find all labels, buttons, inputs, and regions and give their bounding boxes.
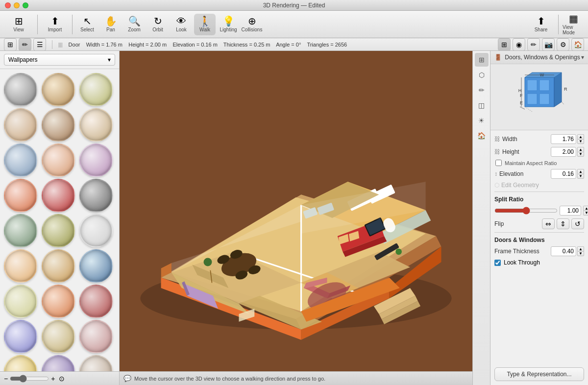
elevation-increment[interactable]: ▲ — [577, 169, 584, 174]
elevation-decrement[interactable]: ▼ — [577, 174, 584, 179]
frame-thickness-increment[interactable]: ▲ — [577, 246, 584, 251]
width-decrement[interactable]: ▼ — [577, 139, 584, 144]
zoom-button[interactable]: 🔍 Zoom — [123, 14, 145, 35]
look-through-checkbox[interactable] — [494, 260, 501, 266]
split-ratio-input[interactable] — [560, 206, 581, 216]
svg-rect-60 — [539, 94, 549, 104]
swatch-olive[interactable] — [42, 214, 75, 247]
look-button[interactable]: 👁 Look — [171, 14, 192, 35]
elevation-input[interactable] — [551, 169, 576, 179]
type-representation-button[interactable]: Type & Representation... — [494, 367, 584, 381]
flip-both-button[interactable]: ↺ — [571, 218, 584, 229]
swatch-coral[interactable] — [4, 179, 37, 212]
orbit-button[interactable]: ↻ Orbit — [147, 14, 169, 35]
swatch-dark-gray[interactable] — [79, 179, 113, 212]
frame-thickness-decrement[interactable]: ▼ — [577, 251, 584, 256]
aspect-ratio-label: Maintain Aspect Ratio — [505, 160, 557, 166]
edit-tab-icon[interactable]: ✏ — [475, 83, 489, 97]
swatch-sage-green[interactable] — [4, 214, 37, 247]
wallpapers-dropdown[interactable]: Wallpapers ▾ — [4, 54, 115, 66]
lighting-button[interactable]: 💡 Lighting — [218, 14, 239, 35]
center-3d-view[interactable]: 💬 Move the cursor over the 3D view to ch… — [120, 51, 472, 385]
width-label: Width — [502, 136, 551, 143]
swatch-terra[interactable] — [42, 285, 75, 318]
maximize-button[interactable] — [23, 2, 28, 8]
swatch-olive-green[interactable] — [79, 73, 113, 106]
zoom-plus-icon[interactable]: + — [51, 375, 55, 383]
split-ratio-slider[interactable] — [494, 207, 558, 215]
flip-horizontal-button[interactable]: ⇔ — [542, 218, 555, 229]
properties-tab-icon[interactable]: ⊞ — [475, 53, 489, 67]
door-preview: W H E R F — [490, 64, 588, 130]
objects-icon[interactable]: 🏠 — [571, 38, 584, 51]
main-content: Wallpapers ▾ — [0, 51, 588, 385]
swatch-warm-beige[interactable] — [42, 73, 75, 106]
archive-icon[interactable]: 🏠 — [475, 129, 489, 143]
swatch-caramel[interactable] — [42, 249, 75, 283]
collisions-button[interactable]: ⊕ Collisions — [241, 14, 263, 35]
3d-view-icon[interactable]: ✏ — [19, 38, 31, 51]
swatch-sand[interactable] — [4, 108, 37, 142]
floor-plan-icon[interactable]: ⊞ — [4, 38, 17, 51]
list-view-icon[interactable]: ☰ — [33, 38, 46, 51]
swatch-light-gray[interactable] — [4, 73, 37, 106]
swatch-taupe[interactable] — [79, 355, 113, 371]
height-row: ⛓ Height ▲ ▼ — [494, 147, 584, 157]
properties-icon[interactable]: ⊞ — [498, 38, 511, 51]
width-row: ⛓ Width ▲ ▼ — [494, 134, 584, 144]
flip-vertical-button[interactable]: ⇕ — [557, 218, 569, 229]
wallpaper-grid — [0, 69, 119, 371]
width-input[interactable] — [551, 134, 576, 144]
height-increment[interactable]: ▲ — [577, 147, 584, 152]
swatch-peach[interactable] — [42, 144, 75, 177]
view-mode-button[interactable]: ▦ View Mode — [563, 14, 584, 35]
split-ratio-row: ▲ ▼ — [494, 206, 584, 216]
aspect-ratio-checkbox[interactable] — [495, 160, 502, 166]
swatch-tan-brown[interactable] — [42, 108, 75, 142]
swatch-khaki[interactable] — [4, 285, 37, 318]
split-ratio-increment[interactable]: ▲ — [583, 206, 588, 211]
swatch-orange-tan[interactable] — [4, 249, 37, 283]
settings-icon[interactable]: ⚙ — [557, 38, 569, 51]
walk-button[interactable]: 🚶 Walk — [194, 14, 216, 35]
edit-geometry-row: ⬡ Edit Geometry — [494, 182, 584, 189]
panel-dropdown-arrow[interactable]: ▾ — [581, 54, 584, 61]
right-side-toolbar: ⊞ ⬡ ✏ ◫ ☀ 🏠 — [472, 51, 490, 385]
pan-button[interactable]: ✋ Pan — [100, 14, 122, 35]
close-button[interactable] — [5, 2, 11, 8]
swatch-crimson[interactable] — [42, 179, 75, 212]
split-ratio-decrement[interactable]: ▼ — [583, 211, 588, 216]
share-button[interactable]: ⬆ Share — [528, 14, 554, 35]
width-increment[interactable]: ▲ — [577, 134, 584, 139]
height-stepper: ▲ ▼ — [577, 147, 584, 157]
height-decrement[interactable]: ▼ — [577, 152, 584, 157]
import-button[interactable]: ⬆ Import — [42, 14, 68, 35]
zoom-minus-icon[interactable]: − — [4, 375, 8, 383]
swatch-dusty-rose[interactable] — [79, 320, 113, 353]
swatch-gold[interactable] — [4, 355, 37, 371]
zoom-slider[interactable] — [10, 375, 49, 383]
swatch-ocean-blue[interactable] — [79, 249, 113, 283]
zoom-controls: − + ⊙ — [4, 375, 65, 383]
zoom-fit-icon[interactable]: ⊙ — [59, 375, 65, 383]
materials-icon[interactable]: ◉ — [513, 38, 525, 51]
swatch-rose[interactable] — [79, 285, 113, 318]
minimize-button[interactable] — [14, 2, 20, 8]
camera-icon[interactable]: 📷 — [542, 38, 555, 51]
swatch-white[interactable] — [79, 214, 113, 247]
component-icon[interactable]: ⬡ — [475, 68, 489, 82]
swatch-cream[interactable] — [79, 108, 113, 142]
swatch-lavender[interactable] — [79, 144, 113, 177]
view-button[interactable]: ⊞ View — [4, 14, 33, 35]
swatch-mauve[interactable] — [42, 355, 75, 371]
select-button[interactable]: ↖ Select — [76, 14, 98, 35]
view-icon: ⊞ — [15, 16, 23, 26]
photo-icon[interactable]: ◫ — [475, 98, 489, 112]
frame-thickness-input[interactable] — [551, 246, 576, 256]
swatch-periwinkle[interactable] — [4, 320, 37, 353]
edit-icon[interactable]: ✏ — [527, 38, 540, 51]
sun-icon[interactable]: ☀ — [475, 114, 489, 127]
height-input[interactable] — [551, 147, 576, 157]
swatch-steel-blue[interactable] — [4, 144, 37, 177]
swatch-buff[interactable] — [42, 320, 75, 353]
